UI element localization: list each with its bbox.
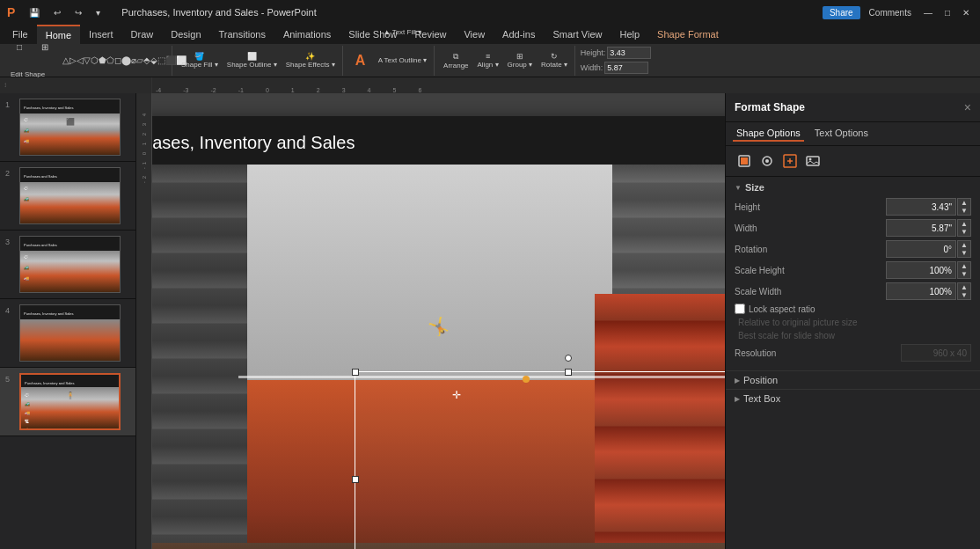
main-layout: 1 Purchases, Inventory and Sales ⬛ ⏱ 🚜 � [0, 93, 980, 549]
height-input-group: ▲ ▼ [886, 198, 971, 216]
rotation-input[interactable] [886, 240, 956, 258]
format-panel-header: Format Shape × [726, 93, 980, 122]
minimize-button[interactable]: — [920, 6, 936, 19]
text-outline-btn[interactable]: A Text Outline ▾ [375, 48, 430, 74]
width-input-group: ▲ ▼ [886, 219, 971, 237]
shape-effects-btn[interactable]: ✨ Shape Effects ▾ [282, 48, 339, 74]
shape-effects-label: Shape Effects ▾ [286, 61, 335, 69]
tab-draw[interactable]: Draw [122, 25, 163, 44]
restore-button[interactable]: □ [941, 6, 954, 19]
svg-point-8 [809, 158, 812, 161]
tab-animations[interactable]: Animations [274, 25, 340, 44]
width-input-ribbon[interactable] [604, 62, 648, 74]
ribbon-tabs: File Home Insert Draw Design Transitions… [0, 25, 980, 44]
slide-num-4: 4 [5, 306, 14, 315]
quick-access-more[interactable]: ▾ [92, 6, 104, 19]
width-input[interactable] [886, 219, 956, 237]
tab-design[interactable]: Design [162, 25, 209, 44]
rotate-handle[interactable] [565, 355, 572, 362]
slide-thumb-2[interactable]: 2 Purchases and Sales ⏱ 🚜 [0, 162, 135, 231]
close-button[interactable]: ✕ [959, 6, 973, 19]
height-input[interactable] [886, 198, 956, 216]
height-label: Height [735, 202, 805, 212]
rotate-btn[interactable]: ↻ Rotate ▾ [538, 48, 571, 74]
format-subtab-shape[interactable]: Shape Options [733, 126, 804, 142]
scale-height-spinner[interactable]: ▲ ▼ [957, 261, 971, 279]
lock-ratio-row: Lock aspect ratio [735, 304, 971, 314]
scale-width-label: Scale Width [735, 287, 805, 296]
rotate-icon: ↻ [551, 52, 558, 61]
arrange-btn[interactable]: ⧉ Arrange [440, 48, 472, 74]
group-label: Group ▾ [508, 61, 532, 69]
slide-thumb-1[interactable]: 1 Purchases, Inventory and Sales ⬛ ⏱ 🚜 � [0, 93, 135, 162]
quick-access-redo[interactable]: ↪ [71, 6, 85, 19]
comments-button[interactable]: Comments [866, 6, 915, 19]
textbox-arrow-icon: ▶ [735, 395, 740, 403]
slide-header: Purchases, Inventory and Sales [136, 116, 725, 165]
top-bar-left: P 💾 ↩ ↪ ▾ Purchases, Inventory and Sales… [7, 5, 320, 19]
shape-more-btn[interactable]: ⊞ [33, 33, 57, 60]
shape-fill-btn[interactable]: 🪣 Shape Fill ▾ [178, 48, 222, 74]
scale-width-input[interactable] [886, 282, 956, 300]
lock-ratio-checkbox[interactable] [735, 304, 745, 314]
height-spinner[interactable]: ▲ ▼ [957, 198, 971, 216]
resolution-row: Resolution [735, 344, 971, 362]
handle-mid-left[interactable] [352, 476, 359, 483]
quick-access-undo[interactable]: ↩ [50, 6, 64, 19]
textbox-section-header[interactable]: ▶ Text Box [726, 389, 980, 407]
wordart-btn[interactable]: A [348, 48, 373, 74]
cursor-indicator: ✛ [452, 389, 461, 401]
scale-height-input[interactable] [886, 261, 956, 279]
slide-num-1: 1 [5, 100, 14, 109]
tab-view[interactable]: View [455, 25, 494, 44]
tab-smartview[interactable]: Smart View [544, 25, 611, 44]
selection-box[interactable] [355, 371, 725, 549]
format-subtab-text[interactable]: Text Options [811, 126, 872, 142]
align-icon: ≡ [486, 52, 490, 61]
scale-height-row: Scale Height ▲ ▼ [735, 261, 971, 279]
height-row: Height ▲ ▼ [735, 198, 971, 216]
tab-addins[interactable]: Add-ins [494, 25, 544, 44]
scale-width-spinner[interactable]: ▲ ▼ [957, 282, 971, 300]
canvas-area[interactable]: -2 -1 0 1 2 3 4 Purchases, Inventory and… [136, 93, 725, 549]
format-panel-close-button[interactable]: × [964, 100, 971, 114]
slide-thumb-3[interactable]: 3 Purchases and Sales ⏱ 🚜 🚚 [0, 231, 135, 299]
scale-height-input-group: ▲ ▼ [886, 261, 971, 279]
tab-help[interactable]: Help [611, 25, 648, 44]
size-section-header[interactable]: ▼ Size [735, 182, 971, 193]
tab-transitions[interactable]: Transitions [210, 25, 274, 44]
ruler-corner: ↕ [0, 77, 152, 93]
format-icons-row [726, 146, 980, 177]
slide-num-5: 5 [5, 375, 14, 384]
align-btn[interactable]: ≡ Align ▾ [474, 48, 502, 74]
shape-fill-label: Shape Fill ▾ [181, 61, 218, 69]
height-input-ribbon[interactable] [607, 47, 651, 59]
shape-outline-btn[interactable]: ⬜ Shape Outline ▾ [223, 48, 281, 74]
size-section-label: Size [745, 182, 764, 193]
slide-thumb-5[interactable]: 5 Purchases, Inventory and Sales 🧍 ⏱ 🚜 [0, 368, 135, 436]
fill-icon-btn[interactable] [735, 151, 754, 171]
shape-rect-btn[interactable]: □ [7, 33, 32, 60]
handle-top-left[interactable] [352, 369, 359, 376]
resolution-label: Resolution [735, 348, 805, 358]
slide-thumb-4[interactable]: 4 Purchases, Inventory and Sales [0, 299, 135, 368]
width-spinner[interactable]: ▲ ▼ [957, 219, 971, 237]
text-fill-btn[interactable]: ▲ Text Fill ▾ [375, 19, 430, 46]
slide-preview-2: Purchases and Sales ⏱ 🚜 [19, 167, 121, 224]
shape-outline-label: Shape Outline ▾ [227, 61, 277, 69]
handle-top-center[interactable] [565, 369, 572, 376]
share-button[interactable]: Share [823, 6, 860, 19]
tab-shapeformat[interactable]: Shape Format [648, 25, 728, 44]
size-icon-btn[interactable] [780, 151, 800, 171]
width-label-ribbon: Width: [581, 63, 603, 72]
tab-insert[interactable]: Insert [80, 25, 122, 44]
slide-preview-4: Purchases, Inventory and Sales [19, 304, 121, 362]
effects-icon-btn[interactable] [757, 151, 777, 171]
arrange-label: Arrange [443, 62, 468, 70]
position-section-header[interactable]: ▶ Position [726, 370, 980, 389]
group-btn[interactable]: ⊞ Group ▾ [504, 48, 536, 74]
rotation-spinner[interactable]: ▲ ▼ [957, 240, 971, 258]
picture-icon-btn[interactable] [803, 151, 823, 171]
quick-access-save[interactable]: 💾 [26, 6, 43, 19]
containers-left [136, 165, 247, 549]
